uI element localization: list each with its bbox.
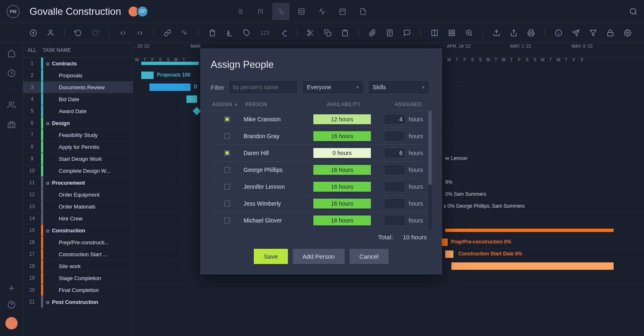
recent-icon[interactable]: [7, 69, 16, 77]
settings-icon[interactable]: [624, 29, 631, 37]
filter-name-input[interactable]: [228, 80, 298, 94]
text-color-icon[interactable]: [226, 29, 233, 37]
calendar-view-icon[interactable]: [339, 8, 346, 15]
task-row[interactable]: 6⊟ Design: [23, 117, 133, 129]
task-row[interactable]: 13 Order Materials: [23, 201, 133, 213]
activity-view-icon[interactable]: [318, 8, 326, 15]
search-icon[interactable]: [629, 7, 637, 16]
add-project-icon[interactable]: [7, 284, 16, 292]
tag-icon[interactable]: [243, 29, 251, 37]
task-row[interactable]: 2 Proposals: [23, 70, 133, 81]
th-person[interactable]: PERSON: [245, 102, 311, 107]
task-header-all[interactable]: ALL: [23, 47, 41, 53]
assign-checkbox[interactable]: [224, 184, 230, 190]
filter-icon[interactable]: [589, 29, 597, 37]
avatar-stack[interactable]: GP: [128, 6, 146, 17]
export-icon[interactable]: [493, 29, 500, 37]
gantt-bar-proposals[interactable]: Proposals 100: [141, 72, 154, 79]
assigned-hours-input[interactable]: [384, 198, 405, 209]
zoom-icon[interactable]: [465, 29, 473, 37]
expand-icon[interactable]: ⊟: [45, 229, 51, 233]
info-icon[interactable]: [555, 29, 562, 37]
assigned-hours-input[interactable]: [384, 215, 405, 226]
task-row[interactable]: 1⊟ Contracts: [23, 58, 133, 70]
task-row[interactable]: 17 Construction Start ...: [23, 248, 133, 260]
task-row[interactable]: 5 Award Date: [23, 105, 133, 117]
portfolio-icon[interactable]: [7, 120, 16, 129]
grid-icon[interactable]: [448, 29, 455, 37]
sheet-view-icon[interactable]: [298, 8, 305, 15]
attach-icon[interactable]: [369, 29, 376, 37]
task-row[interactable]: 20 Final Completion: [23, 284, 133, 296]
assign-checkbox[interactable]: [224, 133, 230, 139]
task-row[interactable]: 18 Site work: [23, 260, 133, 272]
outdent-icon[interactable]: [119, 29, 126, 37]
link-icon[interactable]: [164, 29, 171, 37]
indent-icon[interactable]: [136, 29, 144, 37]
assign-icon[interactable]: [47, 29, 54, 37]
board-view-icon[interactable]: [257, 8, 264, 15]
file-view-icon[interactable]: [359, 8, 367, 15]
assign-checkbox[interactable]: [224, 167, 230, 173]
diamond-icon[interactable]: [279, 29, 287, 37]
gantt-view-icon[interactable]: [272, 3, 290, 20]
task-row[interactable]: 21⊟ Post Construction: [23, 296, 133, 308]
assigned-hours-input[interactable]: [384, 114, 405, 125]
gantt-bar-construction[interactable]: [445, 229, 614, 232]
filter-everyone-select[interactable]: Everyone▼: [302, 80, 364, 94]
columns-icon[interactable]: [431, 29, 438, 37]
unlink-icon[interactable]: [181, 29, 189, 37]
assigned-hours-input[interactable]: [384, 131, 405, 141]
comment-icon[interactable]: [403, 29, 411, 37]
gantt-bar-bid[interactable]: [186, 95, 197, 103]
task-row[interactable]: 3 Documents Review: [23, 81, 133, 93]
expand-icon[interactable]: ⊟: [45, 181, 51, 185]
send-icon[interactable]: [572, 29, 580, 37]
task-row[interactable]: 15⊟ Construction: [23, 225, 133, 236]
save-button[interactable]: Save: [254, 249, 288, 264]
expand-icon[interactable]: ⊟: [45, 300, 51, 305]
gantt-bar-sitework[interactable]: [451, 262, 614, 270]
filter-skills-select[interactable]: Skills▼: [368, 80, 430, 94]
assign-checkbox[interactable]: [224, 218, 230, 223]
gantt-bar-prep[interactable]: [442, 239, 448, 246]
copy-icon[interactable]: [324, 29, 331, 37]
undo-icon[interactable]: [74, 29, 82, 37]
task-row[interactable]: 8 Apply for Permits: [23, 141, 133, 153]
cut-icon[interactable]: [307, 29, 314, 37]
gantt-bar-cstart[interactable]: [445, 250, 453, 258]
task-row[interactable]: 4 Bid Date: [23, 93, 133, 105]
add-person-button[interactable]: Add Person: [293, 249, 345, 264]
help-icon[interactable]: [7, 301, 16, 309]
expand-icon[interactable]: ⊟: [45, 62, 51, 66]
task-row[interactable]: 7 Feasibility Study: [23, 129, 133, 141]
task-header-name[interactable]: TASK NAME: [41, 47, 133, 53]
avatar-gp[interactable]: GP: [137, 6, 148, 17]
gantt-bar-contracts[interactable]: [141, 62, 199, 65]
paste-icon[interactable]: [341, 29, 349, 37]
th-assign[interactable]: ASSIGN: [212, 102, 232, 107]
current-user-avatar[interactable]: [5, 317, 18, 329]
task-row[interactable]: 11⊟ Procurement: [23, 177, 133, 189]
gantt-milestone-award[interactable]: [193, 107, 201, 115]
note-icon[interactable]: [386, 29, 393, 37]
add-icon[interactable]: [30, 29, 37, 37]
task-row[interactable]: 19 Stage Completion: [23, 272, 133, 284]
scrollbar[interactable]: [428, 111, 432, 230]
home-icon[interactable]: [7, 49, 16, 58]
team-icon[interactable]: [7, 101, 16, 109]
task-row[interactable]: 10 Complete Design W...: [23, 165, 133, 177]
assign-checkbox[interactable]: [224, 201, 230, 206]
cancel-button[interactable]: Cancel: [350, 249, 389, 264]
assigned-hours-input[interactable]: [384, 148, 405, 158]
assign-checkbox[interactable]: [224, 116, 230, 122]
th-availability[interactable]: AVAILABILITY: [311, 102, 377, 107]
task-row[interactable]: 16 Prep/Pre-constructi...: [23, 236, 133, 248]
gantt-bar-docs-review[interactable]: D: [150, 83, 191, 91]
assign-checkbox[interactable]: [224, 150, 230, 156]
lock-icon[interactable]: [607, 29, 614, 37]
print-icon[interactable]: [527, 29, 535, 37]
th-assigned[interactable]: ASSIGNED: [377, 102, 430, 107]
task-row[interactable]: 9 Start Design Work: [23, 153, 133, 165]
assigned-hours-input[interactable]: [384, 165, 405, 175]
